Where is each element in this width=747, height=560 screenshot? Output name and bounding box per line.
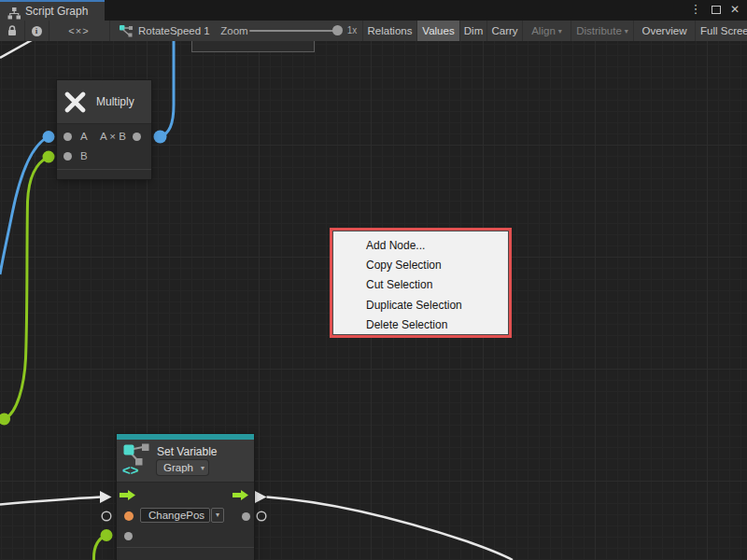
wire-green-setvar[interactable] bbox=[93, 536, 106, 560]
multiply-footer bbox=[57, 169, 151, 179]
graph-canvas[interactable]: Multiply A A × B B <> Set Variable bbox=[0, 41, 747, 560]
port-ring-left[interactable] bbox=[102, 511, 111, 521]
flow-arrowhead-in bbox=[100, 491, 112, 503]
variable-dropdown-button[interactable]: ▾ bbox=[211, 508, 224, 523]
wire-endpoint-blue bbox=[154, 131, 167, 144]
chevron-down-icon: ▾ bbox=[625, 27, 628, 35]
flow-arrowhead-out bbox=[255, 491, 267, 503]
port-label-out: A × B bbox=[100, 131, 126, 142]
window-menu-icon[interactable]: ⋮ bbox=[689, 0, 702, 21]
wire-blue-output[interactable] bbox=[161, 41, 174, 137]
values-button[interactable]: Values bbox=[416, 21, 459, 41]
breadcrumb-label: RotateSpeed 1 bbox=[138, 25, 210, 36]
chevron-down-icon: ▾ bbox=[558, 27, 562, 35]
chevron-down-icon: ▾ bbox=[201, 461, 204, 476]
relations-button[interactable]: Relations bbox=[362, 21, 416, 41]
align-dropdown[interactable]: Align▾ bbox=[522, 21, 571, 41]
wire-green-input-b[interactable] bbox=[6, 157, 49, 418]
flow-output-arrow[interactable] bbox=[233, 490, 248, 500]
port-input-b[interactable] bbox=[63, 152, 72, 161]
breadcrumb[interactable]: RotateSpeed 1 bbox=[120, 21, 209, 41]
port-variable-value[interactable] bbox=[124, 511, 134, 521]
port-output-axb[interactable] bbox=[133, 133, 141, 141]
menu-item-delete-selection[interactable]: Delete Selection bbox=[332, 315, 509, 335]
menu-item-duplicate-selection[interactable]: Duplicate Selection bbox=[332, 296, 509, 315]
partial-node[interactable] bbox=[191, 41, 315, 52]
code-preview-icon[interactable]: <×> bbox=[49, 21, 109, 41]
port-label-a: A bbox=[80, 131, 88, 142]
wire-endpoint-green bbox=[0, 413, 10, 426]
variable-name-field[interactable]: ChangePos bbox=[140, 508, 210, 523]
node-set-variable[interactable]: <> Set Variable Graph▾ ChangePos ▾ bbox=[117, 434, 254, 560]
wire-flow-in[interactable] bbox=[0, 497, 101, 505]
fullscreen-button[interactable]: Full Screen bbox=[695, 21, 747, 41]
overview-button[interactable]: Overview bbox=[633, 21, 695, 41]
graph-toolbar: i <×> RotateSpeed 1 Zoom 1x Relations Va… bbox=[0, 21, 747, 41]
dim-button[interactable]: Dim bbox=[459, 21, 486, 41]
menu-item-add-node[interactable]: Add Node... bbox=[332, 236, 509, 256]
context-menu: Add Node... Copy Selection Cut Selection… bbox=[330, 228, 512, 338]
port-output-value[interactable] bbox=[242, 512, 250, 521]
node-title: Set Variable bbox=[157, 445, 217, 458]
node-multiply[interactable]: Multiply A A × B B bbox=[57, 80, 151, 179]
wire-endpoint-green bbox=[43, 151, 55, 163]
port-input-extra[interactable] bbox=[124, 532, 133, 540]
tab-bar: Script Graph ⋮ ✕ bbox=[0, 0, 747, 21]
script-machine-icon bbox=[120, 25, 134, 37]
zoom-value: 1x bbox=[344, 21, 360, 41]
lock-icon[interactable] bbox=[0, 21, 24, 41]
carry-button[interactable]: Carry bbox=[486, 21, 522, 41]
unity-script-graph-window: Script Graph ⋮ ✕ i <×> RotateSpeed 1 Zoo… bbox=[0, 0, 747, 560]
wire-endpoint-blue bbox=[43, 131, 55, 143]
menu-item-copy-selection[interactable]: Copy Selection bbox=[332, 256, 509, 275]
multiply-header: Multiply bbox=[57, 80, 151, 124]
zoom-slider-knob[interactable] bbox=[332, 25, 343, 35]
window-close-icon[interactable]: ✕ bbox=[727, 0, 742, 21]
wire-blue-input-a[interactable] bbox=[0, 137, 49, 275]
menu-item-cut-selection[interactable]: Cut Selection bbox=[332, 275, 509, 295]
zoom-slider-track[interactable] bbox=[249, 30, 339, 32]
port-label-b: B bbox=[80, 150, 88, 161]
wire-white-topleft[interactable] bbox=[0, 41, 32, 58]
setvar-header: <> Set Variable Graph▾ bbox=[117, 440, 254, 483]
zoom-label: Zoom bbox=[220, 21, 248, 41]
distribute-dropdown[interactable]: Distribute▾ bbox=[571, 21, 633, 41]
tab-title: Script Graph bbox=[25, 5, 88, 18]
port-ring-right[interactable] bbox=[257, 511, 266, 521]
node-title: Multiply bbox=[96, 95, 134, 108]
wire-endpoint-green bbox=[101, 529, 113, 541]
window-maximize-icon[interactable] bbox=[709, 0, 724, 21]
setvar-footer bbox=[117, 547, 254, 560]
flow-input-arrow[interactable] bbox=[120, 490, 135, 500]
info-icon[interactable]: i bbox=[24, 21, 49, 41]
set-variable-icon: <> bbox=[122, 443, 152, 477]
variable-scope-dropdown[interactable]: Graph▾ bbox=[157, 460, 208, 475]
multiply-x-icon bbox=[64, 91, 86, 113]
svg-text:<>: <> bbox=[122, 462, 139, 477]
wire-flow-out[interactable] bbox=[267, 497, 514, 560]
tab-script-graph[interactable]: Script Graph bbox=[0, 0, 105, 21]
port-input-a[interactable] bbox=[63, 133, 72, 141]
